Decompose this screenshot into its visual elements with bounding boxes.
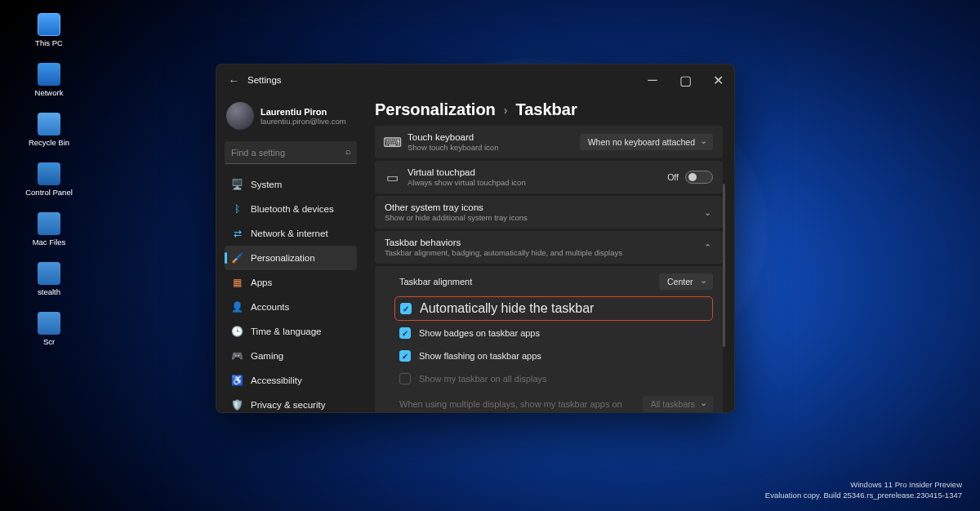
scrollbar[interactable] — [723, 184, 725, 347]
icon-label: Recycle Bin — [29, 139, 69, 148]
toggle-label: Off — [667, 172, 679, 182]
profile-name: Laurentiu Piron — [261, 107, 346, 117]
desktop-icon[interactable]: Network — [0, 61, 98, 100]
search-icon[interactable]: ⌕ — [345, 146, 351, 156]
row-sub: Always show virtual touchpad icon — [408, 178, 659, 187]
profile-email: laurentiu.piron@live.com — [261, 117, 346, 126]
auto-hide-label: Automatically hide the taskbar — [420, 301, 594, 316]
avatar — [226, 102, 254, 130]
touchpad-icon: ▭ — [385, 170, 399, 184]
profile[interactable]: Laurentiu Piron laurentiu.piron@live.com — [225, 100, 357, 138]
row-sub: Show or hide additional system tray icon… — [385, 213, 702, 222]
folder-icon — [38, 312, 60, 335]
nav-item-time-language[interactable]: 🕒Time & language — [225, 319, 357, 344]
checkbox-all-displays — [399, 373, 411, 384]
settings-panel[interactable]: ⌨ Touch keyboard Show touch keyboard ico… — [363, 126, 734, 412]
virtual-touchpad-toggle[interactable] — [685, 171, 713, 184]
window-content: Laurentiu Piron laurentiu.piron@live.com… — [216, 96, 734, 412]
back-button[interactable]: ← — [225, 71, 243, 89]
checkbox-flashing[interactable] — [399, 350, 411, 362]
nav-label: Accessibility — [251, 375, 302, 385]
row-other-tray-icons[interactable]: Other system tray icons Show or hide add… — [375, 196, 723, 229]
folder-icon — [38, 113, 60, 136]
folder-icon — [38, 162, 60, 185]
nav-icon: 🕒 — [231, 326, 243, 338]
row-badges: Show badges on taskbar apps — [375, 322, 723, 344]
window-controls: ─ ▢ ✕ — [636, 64, 734, 96]
badges-label: Show badges on taskbar apps — [419, 328, 713, 338]
icon-label: Scr — [43, 338, 55, 347]
nav-label: Personalization — [251, 253, 315, 263]
nav-icon: ♿ — [231, 375, 243, 387]
nav-icon: 🛡️ — [231, 399, 243, 411]
flashing-label: Show flashing on taskbar apps — [419, 351, 713, 361]
window-title: Settings — [247, 75, 282, 85]
nav-label: Gaming — [251, 351, 283, 361]
row-flashing: Show flashing on taskbar apps — [375, 344, 723, 367]
maximize-button[interactable]: ▢ — [669, 64, 702, 96]
titlebar: ← Settings ─ ▢ ✕ — [216, 64, 734, 96]
nav-item-apps[interactable]: ▦Apps — [225, 270, 357, 295]
row-title: Taskbar behaviors — [385, 238, 702, 247]
row-title: Touch keyboard — [408, 132, 572, 142]
nav-icon: ⇄ — [231, 228, 243, 240]
nav-item-system[interactable]: 🖥️System — [225, 172, 357, 197]
desktop-icon[interactable]: stealth — [0, 260, 98, 299]
row-multi-displays: When using multiple displays, show my ta… — [375, 390, 723, 412]
highlight-auto-hide: Automatically hide the taskbar — [394, 296, 713, 321]
row-title: Other system tray icons — [385, 202, 702, 212]
alignment-label: Taskbar alignment — [399, 277, 651, 287]
nav: 🖥️SystemᛒBluetooth & devices⇄Network & i… — [225, 172, 357, 412]
nav-item-privacy-security[interactable]: 🛡️Privacy & security — [225, 393, 357, 412]
desktop-icon[interactable]: Mac Files — [0, 211, 98, 249]
nav-icon: 🖥️ — [231, 179, 243, 191]
row-touch-keyboard[interactable]: ⌨ Touch keyboard Show touch keyboard ico… — [375, 126, 723, 158]
row-sub: Taskbar alignment, badging, automaticall… — [385, 248, 702, 257]
desktop-icon[interactable]: Control Panel — [0, 161, 98, 199]
search-input[interactable] — [225, 141, 357, 164]
breadcrumb-current: Taskbar — [515, 100, 577, 119]
breadcrumb-parent[interactable]: Personalization — [375, 100, 496, 119]
row-all-displays: Show my taskbar on all displays — [375, 367, 723, 390]
nav-item-bluetooth-devices[interactable]: ᛒBluetooth & devices — [225, 197, 357, 221]
breadcrumb: Personalization › Taskbar — [363, 96, 734, 126]
close-button[interactable]: ✕ — [702, 64, 734, 96]
settings-window: ← Settings ─ ▢ ✕ Laurentiu Piron laurent… — [216, 64, 735, 413]
desktop-icon[interactable]: Recycle Bin — [0, 111, 98, 149]
nav-icon: ᛒ — [231, 203, 243, 216]
chevron-up-icon: ⌃ — [702, 242, 713, 253]
search-wrap: ⌕ — [225, 141, 357, 164]
touch-keyboard-dropdown[interactable]: When no keyboard attached — [580, 134, 713, 150]
icon-label: stealth — [38, 288, 60, 297]
nav-label: Network & internet — [251, 229, 328, 238]
nav-item-accessibility[interactable]: ♿Accessibility — [225, 368, 357, 393]
desktop-icon[interactable]: Scr — [0, 310, 98, 349]
folder-icon — [38, 63, 60, 86]
row-taskbar-behaviors[interactable]: Taskbar behaviors Taskbar alignment, bad… — [375, 231, 723, 264]
nav-item-personalization[interactable]: 🖌️Personalization — [225, 246, 357, 270]
nav-icon: 👤 — [231, 301, 243, 313]
checkbox-auto-hide[interactable] — [400, 303, 412, 314]
nav-item-gaming[interactable]: 🎮Gaming — [225, 344, 357, 368]
desktop[interactable]: This PCNetworkRecycle BinControl PanelMa… — [0, 0, 980, 511]
icon-label: Control Panel — [25, 189, 73, 198]
minimize-button[interactable]: ─ — [636, 64, 669, 96]
row-virtual-touchpad[interactable]: ▭ Virtual touchpad Always show virtual t… — [375, 161, 723, 193]
nav-icon: 🎮 — [231, 350, 243, 362]
alignment-dropdown[interactable]: Center — [659, 273, 713, 290]
nav-icon: ▦ — [231, 277, 243, 289]
icon-label: Network — [35, 89, 64, 98]
row-alignment: Taskbar alignment Center — [375, 268, 723, 295]
nav-label: Accounts — [251, 302, 289, 312]
desktop-icons: This PCNetworkRecycle BinControl PanelMa… — [0, 11, 98, 348]
watermark-build: Evaluation copy. Build 25346.rs_prerelea… — [765, 491, 962, 501]
multi-hint-label: When using multiple displays, show my ta… — [399, 399, 635, 409]
folder-icon — [38, 212, 60, 235]
desktop-icon[interactable]: This PC — [0, 11, 98, 50]
icon-label: This PC — [35, 39, 63, 48]
all-displays-label: Show my taskbar on all displays — [419, 374, 713, 384]
nav-item-network-internet[interactable]: ⇄Network & internet — [225, 221, 357, 246]
checkbox-badges[interactable] — [399, 327, 411, 339]
nav-item-accounts[interactable]: 👤Accounts — [225, 295, 357, 319]
multi-displays-dropdown: All taskbars — [643, 396, 713, 412]
